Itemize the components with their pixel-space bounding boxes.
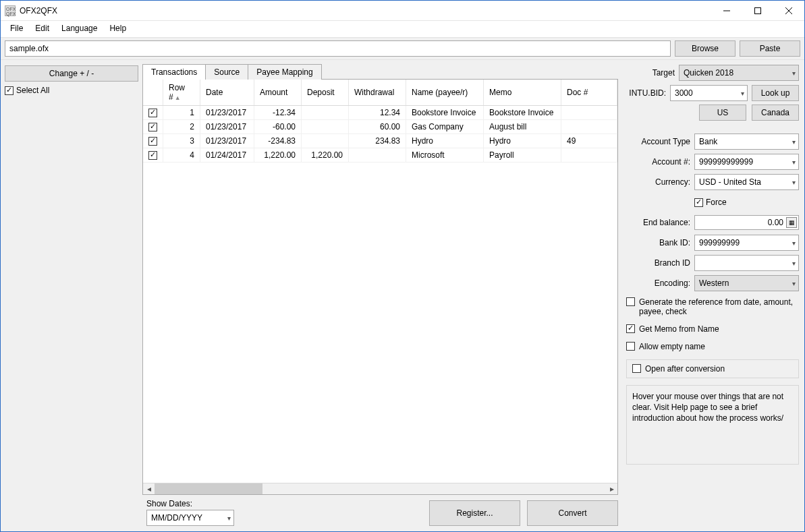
memo-from-name-checkbox[interactable] (626, 324, 635, 333)
center-pane: Transactions Source Payee Mapping Row #▲… (142, 60, 621, 531)
table-empty-area (143, 162, 617, 483)
window-title: OFX2QFX (20, 6, 711, 16)
encoding-select[interactable]: Western▾ (694, 275, 799, 291)
close-button[interactable] (773, 1, 804, 21)
bottom-controls: Show Dates: MM/DD/YYYY ▾ Register... Con… (142, 495, 618, 527)
horizontal-scrollbar[interactable]: ◂ ▸ (143, 483, 617, 494)
svg-rect-1 (755, 7, 761, 13)
show-dates-label: Show Dates: (146, 499, 234, 508)
scroll-left-icon[interactable]: ◂ (143, 483, 155, 495)
allow-empty-name-checkbox[interactable] (626, 342, 635, 351)
row-checkbox[interactable] (148, 137, 157, 146)
file-toolbar: Browse Paste (1, 37, 804, 60)
bank-id-label: Bank ID: (626, 238, 690, 247)
maximize-button[interactable] (742, 1, 773, 21)
tab-strip: Transactions Source Payee Mapping (142, 63, 618, 79)
table-row[interactable]: 4 01/24/2017 1,220.00 1,220.00 Microsoft… (143, 148, 617, 162)
chevron-down-icon: ▾ (792, 239, 796, 247)
tab-transactions[interactable]: Transactions (142, 64, 206, 80)
source-file-input[interactable] (5, 40, 671, 57)
branch-id-label: Branch ID (626, 258, 690, 268)
force-row[interactable]: Force (694, 198, 727, 207)
calculator-icon[interactable]: ▦ (786, 217, 797, 228)
generate-reference-checkbox[interactable] (626, 297, 635, 306)
transactions-table-container: Row #▲ Date Amount Deposit Withdrawal Na… (142, 79, 618, 495)
row-checkbox[interactable] (148, 123, 157, 131)
scroll-thumb[interactable] (155, 483, 262, 495)
column-date[interactable]: Date (200, 80, 254, 106)
chevron-down-icon: ▾ (792, 158, 796, 166)
convert-button[interactable]: Convert (527, 500, 618, 526)
force-checkbox[interactable] (694, 198, 703, 207)
open-after-row[interactable]: Open after conversion (632, 364, 793, 374)
canada-button[interactable]: Canada (752, 105, 799, 121)
column-withdrawal[interactable]: Withdrawal (349, 80, 406, 106)
intu-bid-select[interactable]: 3000▾ (670, 85, 748, 101)
table-row[interactable]: 3 01/23/2017 -234.83 234.83 Hydro Hydro … (143, 134, 617, 148)
target-select[interactable]: Quicken 2018▾ (679, 65, 799, 81)
table-row[interactable]: 1 01/23/2017 -12.34 12.34 Bookstore Invo… (143, 106, 617, 120)
paste-button[interactable]: Paste (740, 40, 800, 57)
bank-id-select[interactable]: 999999999▾ (694, 235, 799, 251)
minimize-button[interactable] (711, 1, 742, 21)
menu-help[interactable]: Help (104, 22, 132, 34)
chevron-down-icon: ▾ (792, 179, 796, 186)
select-all-row[interactable]: Select All (5, 86, 138, 95)
memo-from-name-row[interactable]: Get Memo from Name (626, 322, 799, 336)
right-pane: Target Quicken 2018▾ INTU.BID: 3000▾ Loo… (621, 60, 804, 531)
transactions-table: Row #▲ Date Amount Deposit Withdrawal Na… (143, 80, 617, 162)
column-amount[interactable]: Amount (254, 80, 302, 106)
us-button[interactable]: US (699, 105, 746, 121)
post-convert-panel: Open after conversion (626, 359, 799, 378)
open-after-checkbox[interactable] (632, 364, 641, 373)
menu-edit[interactable]: Edit (30, 22, 55, 34)
chevron-down-icon: ▾ (792, 280, 796, 287)
sort-asc-icon: ▲ (175, 94, 181, 101)
currency-label: Currency: (626, 177, 690, 187)
branch-id-select[interactable]: ▾ (694, 255, 799, 271)
tab-source[interactable]: Source (205, 64, 248, 80)
scroll-right-icon[interactable]: ▸ (606, 483, 617, 495)
end-balance-input[interactable]: 0.00▦ (694, 215, 799, 230)
select-all-checkbox[interactable] (5, 86, 13, 95)
date-format-select[interactable]: MM/DD/YYYY ▾ (146, 510, 234, 526)
account-number-select[interactable]: 999999999999▾ (694, 154, 799, 170)
account-type-label: Account Type (626, 137, 690, 146)
left-pane: Change + / - Select All (1, 60, 142, 531)
menu-file[interactable]: File (5, 22, 28, 34)
column-doc[interactable]: Doc # (561, 80, 617, 106)
allow-empty-name-label: Allow empty name (639, 342, 705, 351)
hint-text: Hover your mouse over things that are no… (632, 392, 783, 423)
chevron-down-icon: ▾ (792, 138, 796, 146)
force-label: Force (706, 198, 727, 207)
change-sign-button[interactable]: Change + / - (5, 65, 138, 82)
row-checkbox[interactable] (148, 151, 157, 160)
register-button[interactable]: Register... (429, 500, 520, 526)
allow-empty-name-row[interactable]: Allow empty name (626, 339, 799, 354)
tab-payee-mapping[interactable]: Payee Mapping (248, 64, 321, 80)
select-all-label: Select All (16, 86, 49, 95)
table-row[interactable]: 2 01/23/2017 -60.00 60.00 Gas Company Au… (143, 120, 617, 134)
column-deposit[interactable]: Deposit (302, 80, 349, 106)
intu-bid-label: INTU.BID: (626, 88, 666, 98)
end-balance-label: End balance: (626, 218, 690, 227)
generate-reference-row[interactable]: Generate the reference from date, amount… (626, 295, 799, 319)
app-window: OFX QFX OFX2QFX File Edit Language Help … (0, 0, 805, 532)
column-row[interactable]: Row #▲ (163, 80, 200, 106)
menu-language[interactable]: Language (56, 22, 103, 34)
show-dates-group: Show Dates: MM/DD/YYYY ▾ (146, 499, 234, 526)
column-memo[interactable]: Memo (484, 80, 561, 106)
column-name[interactable]: Name (payee/r) (406, 80, 484, 106)
open-after-label: Open after conversion (645, 364, 725, 374)
row-checkbox[interactable] (148, 109, 157, 117)
scroll-track[interactable] (155, 483, 606, 495)
chevron-down-icon: ▾ (792, 260, 796, 267)
column-checkbox[interactable] (143, 80, 163, 106)
account-type-select[interactable]: Bank▾ (694, 134, 799, 150)
main-area: Change + / - Select All Transactions Sou… (1, 60, 804, 531)
currency-select[interactable]: USD - United Sta▾ (694, 174, 799, 190)
lookup-button[interactable]: Look up (752, 85, 799, 101)
chevron-down-icon: ▾ (741, 90, 744, 97)
hint-panel: Hover your mouse over things that are no… (626, 385, 799, 465)
browse-button[interactable]: Browse (675, 40, 735, 57)
